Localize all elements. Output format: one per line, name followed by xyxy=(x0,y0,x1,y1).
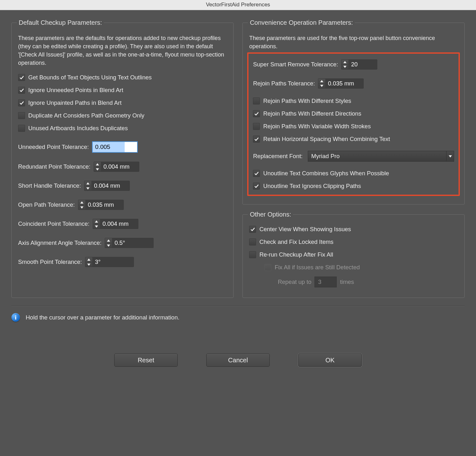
convenience-legend: Convenience Operation Parameters: xyxy=(248,19,355,26)
cancel-button[interactable]: Cancel xyxy=(206,353,270,367)
stepper-down-icon[interactable] xyxy=(318,84,325,89)
stepper-up-icon[interactable] xyxy=(85,257,92,262)
stepper-up-icon[interactable] xyxy=(84,181,91,186)
stepper-up-icon[interactable] xyxy=(78,200,85,205)
label-rejoin-varwidth: Rejoin Paths With Variable Width Strokes xyxy=(263,123,371,130)
label-smooth-tol: Smooth Point Tolerance: xyxy=(18,258,82,265)
coincident-tolerance-input[interactable] xyxy=(100,219,138,229)
repeat-count-input xyxy=(314,277,337,287)
stepper-down-icon[interactable] xyxy=(85,262,92,267)
checkbox-rerun-checkup[interactable] xyxy=(249,251,256,258)
unneeded-tolerance-input[interactable] xyxy=(93,142,137,152)
label-unoutline-combine: Unoutline Text Combines Glyphs When Poss… xyxy=(263,170,389,177)
label-openpath-tol: Open Path Tolerance: xyxy=(18,201,75,208)
checkbox-center-view[interactable] xyxy=(249,226,256,233)
label-fixall-still: Fix All if Issues are Still Detected xyxy=(274,264,360,271)
stepper-down-icon[interactable] xyxy=(94,167,101,172)
stepper-down-icon[interactable] xyxy=(93,224,100,229)
info-icon: i xyxy=(11,313,20,322)
label-fix-locked: Check and Fix Locked Items xyxy=(259,238,333,245)
stepper-down-icon[interactable] xyxy=(84,186,91,191)
checkbox-unoutline-ignoreclip[interactable] xyxy=(253,183,260,190)
window-title: VectorFirstAid Preferences xyxy=(0,0,476,10)
convenience-desc: These parameters are used for the five t… xyxy=(249,34,458,50)
checkbox-unused-artboards[interactable] xyxy=(18,125,25,132)
ok-button[interactable]: OK xyxy=(298,353,362,367)
reset-button[interactable]: Reset xyxy=(114,353,178,367)
replacement-font-value: Myriad Pro xyxy=(308,153,446,160)
label-duplicate-geometry: Duplicate Art Considers Path Geometry On… xyxy=(28,112,144,119)
replacement-font-select[interactable]: Myriad Pro xyxy=(308,151,454,162)
checkbox-rejoin-directions[interactable] xyxy=(253,110,260,117)
label-replacement-font: Replacement Font: xyxy=(253,153,302,160)
label-retain-spacing: Retain Horizontal Spacing When Combining… xyxy=(263,136,390,143)
ssr-tolerance-input[interactable] xyxy=(348,60,377,69)
coincident-tolerance-stepper[interactable] xyxy=(93,219,138,229)
redundant-tolerance-stepper[interactable] xyxy=(94,162,139,172)
label-rejoin-directions: Rejoin Paths With Different Directions xyxy=(263,110,361,117)
checkbox-rejoin-varwidth[interactable] xyxy=(253,123,260,130)
shorthandle-tolerance-input[interactable] xyxy=(91,181,129,191)
openpath-tolerance-stepper[interactable] xyxy=(78,200,124,210)
rejoin-tolerance-input[interactable] xyxy=(325,79,363,88)
checkbox-duplicate-geometry[interactable] xyxy=(18,112,25,119)
axis-tolerance-stepper[interactable] xyxy=(105,238,154,248)
label-repeat-pre: Repeat up to xyxy=(278,278,311,285)
checkbox-ignore-unpainted[interactable] xyxy=(18,99,25,106)
label-unneeded-tol: Unneeded Point Tolerance: xyxy=(18,144,89,151)
stepper-down-icon[interactable] xyxy=(341,65,348,70)
ssr-tolerance-stepper[interactable] xyxy=(341,59,377,70)
stepper-down-icon[interactable] xyxy=(78,205,85,210)
label-redundant-tol: Redundant Point Tolerance: xyxy=(18,163,90,170)
label-ignore-unneeded: Ignore Unneeded Points in Blend Art xyxy=(28,87,123,94)
checkbox-retain-spacing[interactable] xyxy=(253,136,260,143)
stepper-up-icon[interactable] xyxy=(105,238,112,243)
stepper-up-icon[interactable] xyxy=(94,162,101,167)
label-rejoin-styles: Rejoin Paths With Different Styles xyxy=(263,97,351,104)
checkbox-ignore-unneeded[interactable] xyxy=(18,87,25,94)
axis-tolerance-input[interactable] xyxy=(112,238,153,248)
convenience-group: Convenience Operation Parameters: These … xyxy=(242,19,465,205)
unneeded-tolerance-field[interactable] xyxy=(92,141,138,153)
info-text: Hold the cursor over a parameter for add… xyxy=(26,314,179,321)
checkbox-text-bounds[interactable] xyxy=(18,74,25,81)
label-center-view: Center View When Showing Issues xyxy=(259,226,351,233)
other-options-group: Other Options: Center View When Showing … xyxy=(242,211,465,298)
default-checkup-group: Default Checkup Parameters: These parame… xyxy=(11,19,234,298)
stepper-down-icon[interactable] xyxy=(105,243,112,248)
stepper-up-icon[interactable] xyxy=(93,219,100,224)
checkbox-fix-locked[interactable] xyxy=(249,238,256,245)
label-repeat-post: times xyxy=(340,278,354,285)
highlighted-region: Super Smart Remove Tolerance: Rejoin Pat… xyxy=(247,52,460,196)
label-shorthandle-tol: Short Handle Tolerance: xyxy=(18,182,81,189)
label-unused-artboards: Unused Artboards Includes Duplicates xyxy=(28,125,128,132)
checkbox-fixall-still xyxy=(264,264,271,271)
smooth-tolerance-stepper[interactable] xyxy=(85,257,134,267)
chevron-down-icon[interactable] xyxy=(446,151,454,161)
label-text-bounds: Get Bounds of Text Objects Using Text Ou… xyxy=(28,74,152,81)
label-ssr-tol: Super Smart Remove Tolerance: xyxy=(253,61,338,68)
default-checkup-legend: Default Checkup Parameters: xyxy=(17,19,104,26)
label-ignore-unpainted: Ignore Unpainted Paths in Blend Art xyxy=(28,99,122,106)
openpath-tolerance-input[interactable] xyxy=(85,200,123,210)
stepper-up-icon[interactable] xyxy=(341,60,348,65)
label-axis-tol: Axis Alignment Angle Tolerance: xyxy=(18,239,102,246)
label-rejoin-tol: Rejoin Paths Tolerance: xyxy=(253,80,315,87)
checkbox-unoutline-combine[interactable] xyxy=(253,170,260,177)
redundant-tolerance-input[interactable] xyxy=(101,162,139,171)
shorthandle-tolerance-stepper[interactable] xyxy=(84,181,130,191)
default-checkup-desc: These parameters are the defaults for op… xyxy=(18,34,227,67)
label-coincident-tol: Coincident Point Tolerance: xyxy=(18,220,89,227)
label-rerun-checkup: Re-run Checkup After Fix All xyxy=(259,251,333,258)
label-unoutline-ignoreclip: Unoutline Text Ignores Clipping Paths xyxy=(263,183,361,190)
smooth-tolerance-input[interactable] xyxy=(92,257,134,267)
stepper-up-icon[interactable] xyxy=(318,79,325,84)
other-options-legend: Other Options: xyxy=(248,211,293,218)
rejoin-tolerance-stepper[interactable] xyxy=(318,78,364,89)
checkbox-rejoin-styles[interactable] xyxy=(253,97,260,104)
